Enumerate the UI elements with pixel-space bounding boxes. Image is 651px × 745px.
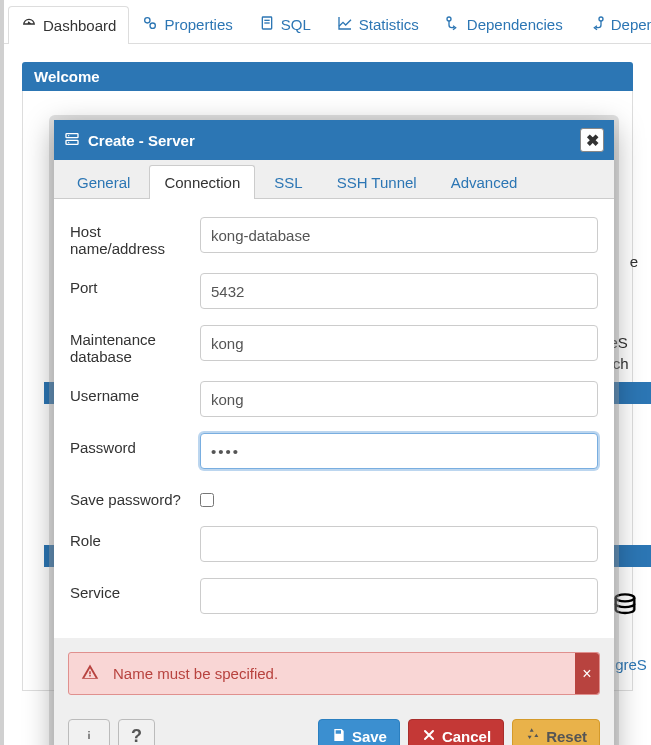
tab-label: SQL bbox=[281, 16, 311, 33]
top-tab-bar: Dashboard Properties SQL Statistics Depe… bbox=[4, 0, 651, 44]
service-label: Service bbox=[70, 578, 190, 601]
tab-label: Statistics bbox=[359, 16, 419, 33]
save-button[interactable]: Save bbox=[318, 719, 400, 745]
button-label: Cancel bbox=[442, 728, 491, 745]
username-input[interactable] bbox=[200, 381, 598, 417]
role-label: Role bbox=[70, 526, 190, 549]
service-input[interactable] bbox=[200, 578, 598, 614]
save-icon bbox=[331, 727, 347, 746]
dialog-footer: ? Save Cancel Reset bbox=[54, 709, 614, 745]
svg-point-0 bbox=[145, 18, 150, 23]
port-label: Port bbox=[70, 273, 190, 296]
info-button[interactable] bbox=[68, 719, 110, 745]
dependency-icon bbox=[445, 15, 461, 34]
alert-close-button[interactable]: × bbox=[575, 653, 599, 694]
svg-point-1 bbox=[150, 23, 155, 28]
host-label: Host name/address bbox=[70, 217, 190, 257]
background-text-fragment: :greS bbox=[611, 656, 651, 673]
maintenance-db-input[interactable] bbox=[200, 325, 598, 361]
tab-label: Dependencies bbox=[467, 16, 563, 33]
tab-label: Dependents bbox=[611, 16, 651, 33]
username-label: Username bbox=[70, 381, 190, 404]
chart-icon bbox=[337, 15, 353, 34]
close-icon bbox=[421, 727, 437, 746]
help-button[interactable]: ? bbox=[118, 719, 155, 745]
cancel-button[interactable]: Cancel bbox=[408, 719, 504, 745]
tab-label: Properties bbox=[164, 16, 232, 33]
password-input[interactable] bbox=[200, 433, 598, 469]
database-icon bbox=[611, 592, 639, 623]
dialog-tab-advanced[interactable]: Advanced bbox=[436, 165, 533, 199]
tab-properties[interactable]: Properties bbox=[129, 5, 245, 43]
warning-icon bbox=[81, 663, 113, 684]
dependent-icon bbox=[589, 15, 605, 34]
svg-point-5 bbox=[447, 17, 451, 21]
dialog-body: Host name/address Port Maintenance datab… bbox=[54, 199, 614, 638]
host-input[interactable] bbox=[200, 217, 598, 253]
svg-rect-12 bbox=[88, 733, 89, 738]
svg-rect-13 bbox=[88, 731, 89, 732]
svg-point-6 bbox=[599, 17, 603, 21]
dashboard-icon bbox=[21, 16, 37, 35]
tab-statistics[interactable]: Statistics bbox=[324, 5, 432, 43]
tab-dependents[interactable]: Dependents bbox=[576, 5, 651, 43]
svg-point-7 bbox=[616, 594, 635, 601]
role-input[interactable] bbox=[200, 526, 598, 562]
dialog-tab-ssl[interactable]: SSL bbox=[259, 165, 317, 199]
create-server-dialog: Create - Server ✖ General Connection SSL… bbox=[54, 120, 614, 745]
tab-dependencies[interactable]: Dependencies bbox=[432, 5, 576, 43]
svg-rect-9 bbox=[66, 140, 78, 144]
port-input[interactable] bbox=[200, 273, 598, 309]
maintenance-db-label: Maintenance database bbox=[70, 325, 190, 365]
tab-dashboard[interactable]: Dashboard bbox=[8, 6, 129, 44]
svg-rect-8 bbox=[66, 133, 78, 137]
info-icon bbox=[81, 727, 97, 746]
svg-point-10 bbox=[68, 135, 69, 136]
save-password-label: Save password? bbox=[70, 485, 190, 508]
dialog-tab-bar: General Connection SSL SSH Tunnel Advanc… bbox=[54, 164, 614, 199]
dialog-close-button[interactable]: ✖ bbox=[580, 128, 604, 152]
file-icon bbox=[259, 15, 275, 34]
gears-icon bbox=[142, 15, 158, 34]
close-icon: × bbox=[582, 665, 591, 683]
button-label: Reset bbox=[546, 728, 587, 745]
server-icon bbox=[64, 131, 80, 150]
error-message: Name must be specified. bbox=[113, 665, 278, 682]
dialog-tab-connection[interactable]: Connection bbox=[149, 165, 255, 199]
dialog-tab-general[interactable]: General bbox=[62, 165, 145, 199]
svg-point-11 bbox=[68, 141, 69, 142]
dialog-title: Create - Server bbox=[88, 132, 572, 149]
question-icon: ? bbox=[131, 726, 142, 746]
error-alert: Name must be specified. × bbox=[68, 652, 600, 695]
tab-label: Dashboard bbox=[43, 17, 116, 34]
welcome-header: Welcome bbox=[22, 62, 633, 91]
dialog-titlebar[interactable]: Create - Server ✖ bbox=[54, 120, 614, 160]
reset-button[interactable]: Reset bbox=[512, 719, 600, 745]
tab-sql[interactable]: SQL bbox=[246, 5, 324, 43]
button-label: Save bbox=[352, 728, 387, 745]
password-label: Password bbox=[70, 433, 190, 456]
save-password-checkbox[interactable] bbox=[200, 493, 214, 507]
close-icon: ✖ bbox=[586, 131, 599, 150]
recycle-icon bbox=[525, 727, 541, 746]
dialog-tab-ssh-tunnel[interactable]: SSH Tunnel bbox=[322, 165, 432, 199]
